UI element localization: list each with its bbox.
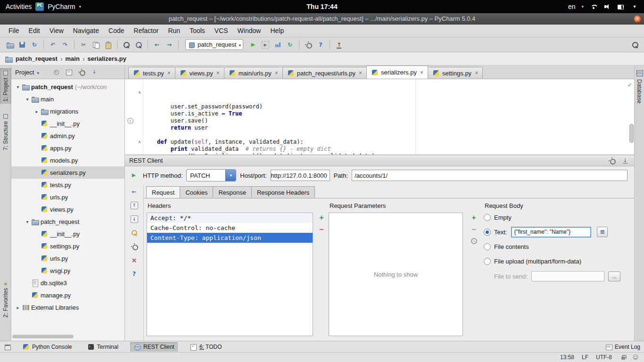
- rest-close-button[interactable]: [129, 255, 140, 265]
- tree-chevron-icon[interactable]: ▾: [24, 219, 31, 224]
- radio-empty[interactable]: [484, 214, 491, 221]
- tree-item[interactable]: settings.py: [11, 240, 124, 252]
- close-tab-icon[interactable]: ×: [359, 70, 362, 76]
- breadcrumb-item[interactable]: serializers.py: [88, 55, 126, 62]
- add-parameter-button[interactable]: +: [471, 214, 476, 221]
- editor-tab-serializers-py[interactable]: serializers.py×: [366, 66, 428, 79]
- tree-item[interactable]: __init__.py: [11, 228, 124, 240]
- project-collapse-button[interactable]: [64, 67, 74, 77]
- menu-run[interactable]: Run: [163, 25, 185, 36]
- tree-item[interactable]: manage.py: [11, 289, 124, 301]
- clock[interactable]: Thu 17:44: [306, 3, 337, 10]
- tree-item[interactable]: serializers.py: [11, 166, 124, 179]
- rest-tab-response[interactable]: Response: [213, 186, 252, 198]
- radio-file-contents[interactable]: [484, 243, 491, 250]
- breadcrumb-item[interactable]: main: [66, 55, 80, 62]
- editor-text-area[interactable]: user.set_password(password) user.is_acti…: [143, 79, 634, 155]
- toolwindow-button-rest-client[interactable]: REST Client: [130, 342, 178, 352]
- rest-gear-button[interactable]: [607, 156, 617, 165]
- toolbar-save-button[interactable]: [16, 39, 28, 50]
- keyboard-layout-button[interactable]: en: [568, 3, 576, 10]
- project-view-select[interactable]: Project: [15, 69, 39, 76]
- tree-item[interactable]: ▾patch_request(~/work/con: [11, 81, 124, 93]
- activities-button[interactable]: Activities: [6, 3, 32, 10]
- toolwindow-button-6-todo[interactable]: 6: TODO: [186, 342, 225, 352]
- tree-item[interactable]: views.py: [11, 203, 124, 215]
- add-header-button[interactable]: +: [319, 214, 323, 221]
- remove-header-button[interactable]: −: [319, 226, 323, 233]
- editor-tab-tests-py[interactable]: tests.py×: [128, 67, 175, 79]
- search-everywhere-button[interactable]: [629, 39, 641, 50]
- menu-code[interactable]: Code: [104, 25, 129, 36]
- line-separator[interactable]: LF: [582, 354, 588, 361]
- fold-icon[interactable]: ∧: [137, 140, 142, 144]
- menu-navigate[interactable]: Navigate: [68, 25, 104, 36]
- tree-item[interactable]: urls.py: [11, 252, 124, 264]
- tree-item[interactable]: db.sqlite3: [11, 277, 124, 289]
- menu-tools[interactable]: Tools: [185, 25, 210, 36]
- toolbar-profile-button[interactable]: [272, 39, 284, 50]
- event-log-button[interactable]: Event Log: [605, 343, 640, 351]
- tree-item[interactable]: __init__.py: [11, 117, 124, 130]
- chevron-down-icon[interactable]: [225, 170, 236, 181]
- menu-view[interactable]: View: [45, 25, 68, 36]
- tree-chevron-icon[interactable]: ▸: [33, 109, 41, 114]
- project-gear-button[interactable]: [77, 67, 86, 77]
- close-tab-icon[interactable]: ×: [420, 69, 423, 76]
- header-row[interactable]: Accept: */*: [147, 213, 313, 223]
- editor-tab-views-py[interactable]: views.py×: [175, 67, 224, 79]
- radio-file-upload-multipart-form-data[interactable]: [484, 258, 491, 265]
- sidebar-item-database[interactable]: Database: [636, 79, 643, 103]
- caret-position[interactable]: 13:58: [560, 354, 574, 361]
- fold-icon[interactable]: ∧: [137, 90, 142, 95]
- sidebar-item-favorites[interactable]: 2: Favorites: [0, 279, 11, 320]
- toolbar-sync-button[interactable]: [28, 39, 41, 50]
- code-editor[interactable]: ∧∧↑ user.set_password(password) user.is_…: [125, 79, 634, 155]
- menu-window[interactable]: Window: [233, 25, 266, 36]
- rest-export-button[interactable]: [129, 201, 140, 210]
- radio-text[interactable]: [484, 229, 491, 236]
- file-to-send-field[interactable]: [531, 271, 604, 281]
- header-row[interactable]: Cache-Control: no-cache: [147, 223, 313, 233]
- rest-settings-button[interactable]: [129, 242, 140, 251]
- rest-tab-response-headers[interactable]: Response Headers: [251, 186, 315, 198]
- file-encoding[interactable]: UTF-8: [596, 354, 612, 361]
- headers-list[interactable]: Accept: */*Cache-Control: no-cacheConten…: [147, 213, 313, 336]
- project-hide-button[interactable]: [90, 67, 99, 77]
- close-tab-icon[interactable]: ×: [167, 70, 171, 76]
- editor-tab-main-urls-py[interactable]: main/urls.py×: [224, 67, 283, 79]
- tool-window-switcher-icon[interactable]: [4, 343, 11, 351]
- menu-refactor[interactable]: Refactor: [129, 25, 164, 36]
- tree-item[interactable]: urls.py: [11, 191, 124, 203]
- submit-request-button[interactable]: [129, 170, 139, 181]
- toolbar-undo-button[interactable]: [47, 39, 59, 50]
- path-field[interactable]: /accounts/1/: [352, 170, 627, 181]
- rest-tab-cookies[interactable]: Cookies: [180, 186, 213, 198]
- toolbar-cut-button[interactable]: [77, 39, 90, 50]
- tree-item[interactable]: models.py: [11, 154, 124, 166]
- rest-key-button[interactable]: [129, 228, 140, 238]
- toolbar-forward-button[interactable]: [163, 39, 175, 50]
- sidebar-item-structure[interactable]: 7: Structure: [0, 112, 11, 152]
- toolbar-settings-button[interactable]: [302, 39, 314, 50]
- tree-item[interactable]: ▾patch_request: [11, 215, 124, 228]
- remove-parameter-button[interactable]: −: [471, 226, 476, 233]
- editor-tab-settings-py[interactable]: settings.py×: [428, 67, 483, 79]
- rest-hide-button[interactable]: [620, 156, 630, 165]
- toolbar-redo-button[interactable]: [59, 39, 71, 50]
- close-tab-icon[interactable]: ×: [216, 70, 220, 76]
- close-tab-icon[interactable]: ×: [275, 70, 278, 76]
- body-text-field[interactable]: {"first_name": "Name"}: [511, 227, 591, 238]
- app-menu-button[interactable]: PyCharm: [48, 3, 75, 10]
- toolbar-copy-button[interactable]: [90, 39, 102, 50]
- tree-item[interactable]: ▾main: [11, 93, 124, 105]
- run-configuration-select[interactable]: patch_request: [185, 39, 243, 50]
- breadcrumb-item[interactable]: patch_request: [16, 55, 58, 62]
- tree-chevron-icon[interactable]: ▸: [14, 305, 22, 310]
- toolbar-paste-button[interactable]: [102, 39, 114, 50]
- tree-item[interactable]: admin.py: [11, 130, 124, 142]
- menu-file[interactable]: File: [4, 25, 24, 36]
- toolwindow-button-python-console[interactable]: Python Console: [19, 342, 75, 352]
- close-tab-icon[interactable]: ×: [475, 70, 478, 76]
- tree-chevron-icon[interactable]: ▾: [24, 97, 31, 102]
